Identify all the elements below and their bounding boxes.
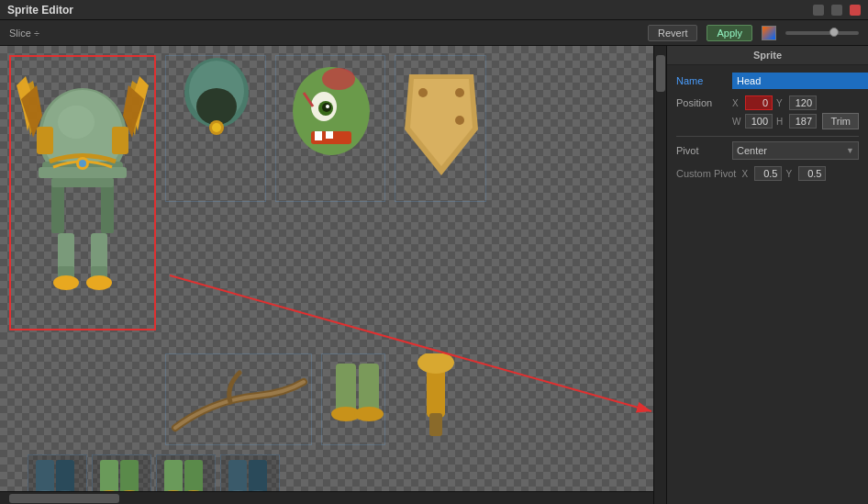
- svg-point-17: [79, 160, 86, 167]
- sprite-cell-boot1[interactable]: [321, 353, 385, 445]
- x-label: X: [732, 98, 741, 108]
- apply-button[interactable]: Apply: [707, 25, 752, 41]
- title-bar-left: Sprite Editor: [7, 4, 73, 17]
- sprite-panel-body: Name Position X 0 Y 120 W 1: [667, 65, 868, 504]
- window-title: Sprite Editor: [7, 4, 73, 17]
- position-label: Position: [676, 97, 727, 108]
- sprite-cell-weapon[interactable]: [395, 353, 477, 448]
- title-bar: Sprite Editor: [0, 0, 868, 20]
- svg-point-25: [86, 275, 112, 290]
- slice-dropdown[interactable]: Slice ÷: [9, 28, 39, 39]
- custom-pivot-xy: X 0.5 Y 0.5: [741, 166, 826, 181]
- svg-rect-19: [112, 127, 128, 154]
- custom-pivot-row: Custom Pivot X 0.5 Y 0.5: [676, 166, 859, 181]
- v-scrollbar-thumb[interactable]: [656, 55, 665, 92]
- dropdown-arrow-icon: ▼: [846, 146, 854, 155]
- position-wh: W 100 H 187: [732, 114, 817, 129]
- sprite-properties-panel: Sprite Name Position X 0 Y 120: [666, 46, 868, 504]
- svg-rect-38: [315, 131, 322, 140]
- svg-rect-20: [58, 233, 74, 270]
- custom-x-label: X: [741, 169, 751, 179]
- trim-button[interactable]: Trim: [822, 113, 859, 129]
- w-label: W: [732, 117, 741, 127]
- window-controls: [813, 5, 861, 16]
- svg-point-43: [418, 88, 428, 97]
- svg-point-32: [322, 68, 355, 90]
- svg-point-44: [455, 88, 464, 97]
- sprite-cell-4[interactable]: [395, 55, 486, 202]
- sprite-panel-title: Sprite: [667, 46, 868, 65]
- svg-rect-18: [37, 127, 53, 154]
- canvas-area[interactable]: [0, 46, 653, 504]
- pivot-row: Pivot Center ▼: [676, 141, 859, 160]
- name-row: Name: [676, 73, 859, 89]
- svg-point-24: [53, 275, 79, 290]
- pivot-dropdown[interactable]: Center ▼: [732, 141, 859, 160]
- revert-button[interactable]: Revert: [648, 25, 697, 41]
- h-label: H: [776, 117, 785, 127]
- pos-y-value[interactable]: 120: [789, 95, 817, 110]
- close-button[interactable]: [850, 5, 861, 16]
- vertical-scrollbar[interactable]: [653, 46, 666, 504]
- h-scrollbar-thumb[interactable]: [9, 494, 119, 503]
- svg-rect-46: [336, 364, 356, 414]
- svg-point-45: [455, 116, 464, 125]
- custom-y-value[interactable]: 0.5: [798, 166, 826, 181]
- y-label: Y: [776, 98, 785, 108]
- sprite-helmet: [17, 62, 149, 323]
- sprite-cell-3[interactable]: [275, 55, 385, 202]
- svg-rect-52: [429, 413, 442, 436]
- position-xy: X 0 Y 120: [732, 95, 817, 110]
- pos-w-value[interactable]: 100: [745, 114, 773, 129]
- divider-1: [676, 136, 859, 137]
- pivot-label: Pivot: [676, 145, 727, 156]
- svg-point-10: [58, 106, 95, 139]
- name-input[interactable]: [732, 73, 868, 89]
- svg-point-51: [417, 353, 454, 374]
- svg-point-49: [354, 407, 384, 421]
- maximize-button[interactable]: [831, 5, 842, 16]
- horizontal-scrollbar[interactable]: [0, 491, 653, 504]
- name-label: Name: [676, 75, 727, 86]
- slice-label: Slice ÷: [9, 28, 39, 39]
- zoom-slider[interactable]: [785, 31, 859, 35]
- sprite-cell-2[interactable]: [165, 55, 266, 202]
- svg-rect-21: [91, 233, 107, 270]
- pos-h-value[interactable]: 187: [789, 114, 817, 129]
- svg-point-28: [196, 88, 237, 125]
- svg-point-36: [326, 105, 329, 108]
- svg-rect-15: [51, 178, 114, 187]
- svg-point-30: [212, 123, 221, 132]
- svg-rect-47: [359, 364, 379, 414]
- position-row: Position X 0 Y 120 W 100 H 187 T: [676, 95, 859, 129]
- color-picker[interactable]: [762, 26, 776, 40]
- custom-y-label: Y: [785, 169, 795, 179]
- pivot-value: Center: [737, 145, 767, 156]
- minimize-button[interactable]: [813, 5, 824, 16]
- pos-x-value[interactable]: 0: [745, 95, 773, 110]
- sprite-cell-branch[interactable]: [165, 353, 312, 445]
- zoom-thumb[interactable]: [829, 28, 839, 37]
- toolbar: Slice ÷ Revert Apply: [0, 20, 868, 46]
- custom-x-value[interactable]: 0.5: [754, 166, 782, 181]
- custom-pivot-label: Custom Pivot: [676, 168, 736, 179]
- svg-rect-39: [326, 131, 333, 139]
